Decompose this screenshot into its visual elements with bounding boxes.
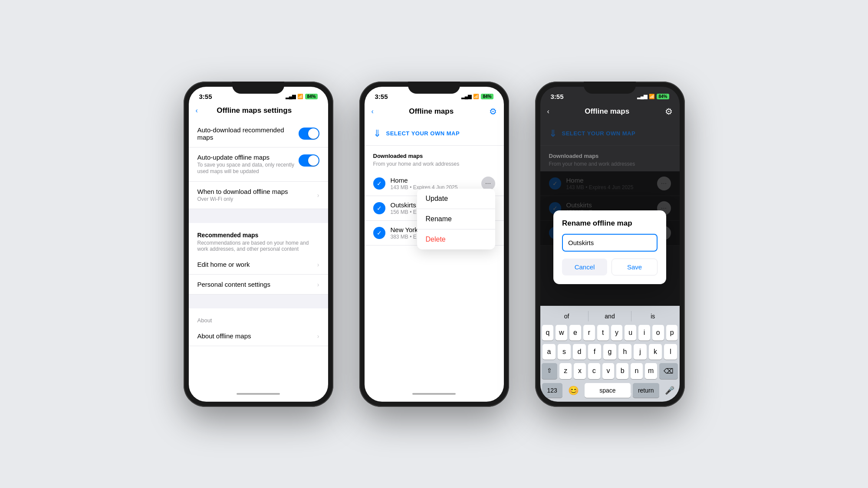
notch-3 [584, 82, 636, 94]
kb-key-y[interactable]: y [611, 325, 623, 341]
kb-key-a[interactable]: a [542, 344, 556, 360]
kb-bottom-row: 123 😊 space return 🎤 [542, 383, 678, 398]
kb-key-j[interactable]: j [634, 344, 647, 360]
rename-dialog-box: Rename offline map Cancel Save [553, 210, 666, 284]
setting-auto-download[interactable]: Auto-download recommended maps [189, 120, 328, 147]
kb-key-i[interactable]: i [638, 325, 650, 341]
context-menu-update[interactable]: Update [417, 189, 495, 209]
kb-key-d[interactable]: d [573, 344, 586, 360]
setting-auto-update[interactable]: Auto-update offline maps To save you spa… [189, 147, 328, 182]
battery-2: 84% [481, 94, 493, 99]
dialog-input[interactable] [562, 234, 658, 252]
screen-2: 3:55 ▂▄▆ 📶 84% ‹ Offline maps ⚙ ⇓ SELECT… [365, 87, 504, 402]
time-1: 3:55 [199, 93, 212, 100]
notch-2 [408, 82, 460, 94]
kb-row-3: ⇧ z x c v b n m ⌫ [542, 363, 678, 379]
signal-icon-2: ▂▄▆ [461, 94, 472, 99]
about-header-section: About [189, 308, 328, 326]
setting-label-auto-download: Auto-download recommended maps [197, 126, 299, 141]
kb-key-v[interactable]: v [602, 363, 615, 379]
wifi-icon-3: 📶 [649, 94, 655, 99]
status-icons-2: ▂▄▆ 📶 84% [461, 94, 493, 99]
kb-key-c[interactable]: c [588, 363, 600, 379]
kb-key-u[interactable]: u [625, 325, 636, 341]
screen-3: 3:55 ▂▄▆ 📶 84% ‹ Offline maps ⚙ ⇓ SELECT… [540, 87, 680, 402]
dialog-cancel-button[interactable]: Cancel [562, 259, 607, 275]
kb-key-t[interactable]: t [597, 325, 609, 341]
divider-2 [189, 295, 328, 308]
gear-button-2[interactable]: ⚙ [489, 106, 497, 117]
kb-key-f[interactable]: f [588, 344, 601, 360]
kb-key-n[interactable]: n [631, 363, 643, 379]
kb-space-key[interactable]: space [585, 383, 631, 398]
recommended-sub: Recommendations are based on your home a… [197, 240, 319, 252]
map-more-home[interactable]: ··· [481, 177, 495, 190]
downloaded-header-3: Downloaded maps [540, 146, 680, 161]
kb-suggest-0[interactable]: of [546, 311, 588, 321]
setting-label-edit-home: Edit home or work [197, 261, 317, 268]
phone-1: 3:55 ▂▄▆ 📶 84% ‹ Offline maps settings A [184, 82, 333, 407]
downloaded-header-wrap-2: Downloaded maps From your home and work … [365, 146, 504, 171]
select-map-section-2[interactable]: ⇓ SELECT YOUR OWN MAP [365, 122, 504, 146]
select-map-label-2: SELECT YOUR OWN MAP [386, 130, 460, 137]
kb-emoji-key[interactable]: 😊 [565, 383, 582, 398]
time-2: 3:55 [375, 93, 388, 100]
kb-key-x[interactable]: x [574, 363, 586, 379]
chevron-personal: › [317, 281, 319, 288]
dialog-title: Rename offline map [562, 219, 658, 228]
select-map-section-3[interactable]: ⇓ SELECT YOUR OWN MAP [540, 122, 680, 146]
nav-title-3: Offline maps [549, 107, 665, 116]
kb-key-l[interactable]: l [664, 344, 677, 360]
home-indicator-1 [237, 393, 280, 395]
context-menu-rename[interactable]: Rename [417, 209, 495, 229]
kb-key-m[interactable]: m [645, 363, 657, 379]
kb-key-r[interactable]: r [583, 325, 595, 341]
nav-bar-1: ‹ Offline maps settings [189, 103, 328, 120]
kb-key-o[interactable]: o [652, 325, 664, 341]
kb-key-q[interactable]: q [542, 325, 554, 341]
kb-key-k[interactable]: k [649, 344, 662, 360]
chevron-edit-home: › [317, 261, 319, 268]
setting-when-download[interactable]: When to download offline maps Over Wi-Fi… [189, 182, 328, 210]
kb-key-h[interactable]: h [618, 344, 631, 360]
kb-row-2: a s d f g h j k l [542, 344, 678, 360]
setting-label-about-offline: About offline maps [197, 332, 317, 340]
nav-title-1: Offline maps settings [198, 106, 311, 115]
phone-2: 3:55 ▂▄▆ 📶 84% ‹ Offline maps ⚙ ⇓ SELECT… [359, 82, 509, 407]
toggle-auto-update[interactable] [299, 154, 319, 167]
home-indicator-3 [588, 393, 631, 395]
dialog-save-button[interactable]: Save [612, 259, 658, 275]
kb-key-e[interactable]: e [569, 325, 581, 341]
gear-button-3[interactable]: ⚙ [665, 106, 673, 117]
map-name-home: Home [391, 177, 481, 184]
signal-icon-3: ▂▄▆ [637, 94, 648, 99]
setting-about-offline[interactable]: About offline maps › [189, 326, 328, 346]
kb-key-p[interactable]: p [666, 325, 678, 341]
map-item-home[interactable]: ✓ Home 143 MB • Expires 4 Jun 2025 ··· U… [365, 171, 504, 196]
context-menu-2: Update Rename Delete [417, 189, 495, 249]
setting-sublabel-when-download: Over Wi-Fi only [197, 196, 317, 203]
kb-key-z[interactable]: z [559, 363, 572, 379]
setting-edit-home[interactable]: Edit home or work › [189, 255, 328, 275]
phone-3: 3:55 ▂▄▆ 📶 84% ‹ Offline maps ⚙ ⇓ SELECT… [535, 82, 685, 407]
kb-key-g[interactable]: g [603, 344, 616, 360]
toggle-auto-download[interactable] [299, 128, 319, 140]
dialog-buttons: Cancel Save [562, 259, 658, 275]
kb-shift-key[interactable]: ⇧ [542, 363, 557, 379]
kb-key-w[interactable]: w [556, 325, 567, 341]
kb-123-key[interactable]: 123 [542, 383, 562, 398]
map-check-newyork-2: ✓ [373, 227, 385, 239]
kb-suggest-2[interactable]: is [631, 311, 674, 321]
phones-container: 3:55 ▂▄▆ 📶 84% ‹ Offline maps settings A [184, 82, 685, 407]
kb-suggest-1[interactable]: and [588, 311, 631, 321]
map-check-outskirts-2: ✓ [373, 202, 385, 214]
kb-key-b[interactable]: b [616, 363, 628, 379]
kb-mic-key[interactable]: 🎤 [661, 383, 678, 398]
chevron-about-offline: › [317, 333, 319, 340]
kb-delete-key[interactable]: ⌫ [659, 363, 678, 379]
kb-key-s[interactable]: s [558, 344, 571, 360]
kb-return-key[interactable]: return [633, 383, 659, 398]
setting-personal[interactable]: Personal content settings › [189, 275, 328, 295]
nav-bar-3: ‹ Offline maps ⚙ [540, 103, 680, 122]
context-menu-delete[interactable]: Delete [417, 229, 495, 249]
